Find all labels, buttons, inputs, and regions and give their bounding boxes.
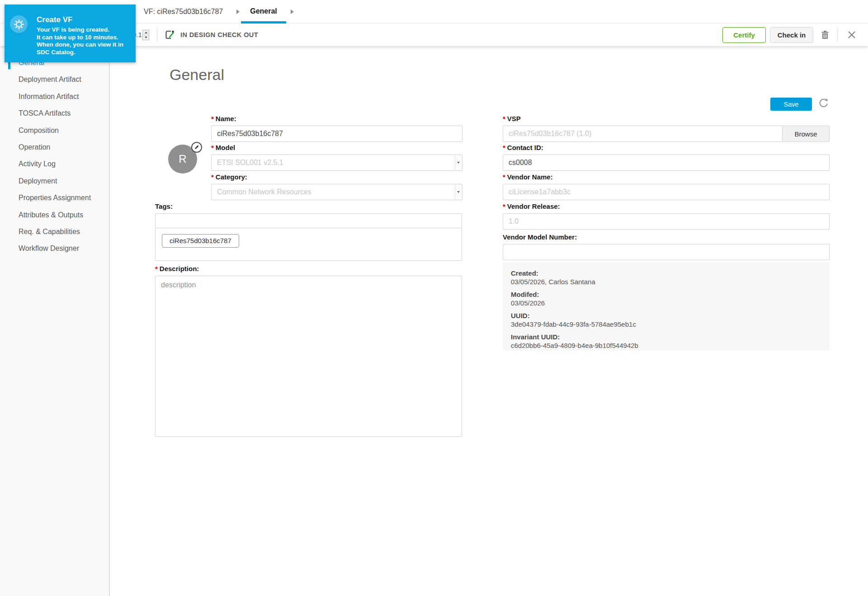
description-label: Description: xyxy=(155,265,462,272)
breadcrumb-arrow-icon xyxy=(236,9,240,14)
model-label: Model xyxy=(211,144,462,151)
category-select[interactable]: Common Network Resources xyxy=(211,184,462,200)
vendor-model-number-input[interactable] xyxy=(503,244,830,260)
required-asterisk xyxy=(155,265,158,272)
vsp-field-group: VSP Browse xyxy=(503,115,830,142)
name-input[interactable] xyxy=(211,126,462,142)
category-label: Category: xyxy=(211,173,462,181)
sidebar: General Deployment Artifact Information … xyxy=(0,46,110,596)
model-select[interactable]: ETSI SOL001 v2.5.1 xyxy=(211,155,462,171)
contact-id-input[interactable] xyxy=(503,155,830,171)
contact-id-label: Contact ID: xyxy=(503,144,830,151)
modified-entry: Modifed: 03/05/2026 xyxy=(511,290,830,307)
uuid-entry: UUID: 3de04379-fdab-44c9-93fa-5784ae95eb… xyxy=(511,311,830,329)
main-content: General Save R Name: Model ETSI SOL001 v… xyxy=(111,46,868,596)
required-asterisk xyxy=(211,173,214,181)
chevron-down-icon xyxy=(455,155,462,170)
lifecycle-status: IN DESIGN CHECK OUT xyxy=(180,23,258,46)
version-up-icon[interactable] xyxy=(143,30,149,35)
version-stepper[interactable] xyxy=(142,30,149,40)
toast-title: Create VF xyxy=(37,15,72,24)
required-asterisk xyxy=(211,115,214,122)
vsp-input xyxy=(503,126,783,142)
sidebar-item-req-capabilities[interactable]: Req. & Capabilities xyxy=(0,223,109,240)
close-icon[interactable] xyxy=(847,30,856,41)
name-label: Name: xyxy=(211,115,462,122)
trash-icon[interactable] xyxy=(820,30,830,42)
sidebar-item-composition[interactable]: Composition xyxy=(0,122,109,139)
vendor-model-number-label: Vendor Model Number: xyxy=(503,233,830,241)
sidebar-item-deployment-artifact[interactable]: Deployment Artifact xyxy=(0,71,109,88)
sidebar-item-operation[interactable]: Operation xyxy=(0,139,109,155)
tags-label: Tags: xyxy=(155,202,462,210)
version-down-icon[interactable] xyxy=(143,35,149,40)
chevron-down-icon xyxy=(455,185,462,199)
check-out-icon xyxy=(164,29,176,42)
required-asterisk xyxy=(503,173,505,181)
invariant-uuid-entry: Invariant UUID: c6d20bb6-45a9-4809-b4ea-… xyxy=(511,333,830,350)
category-select-value: Common Network Resources xyxy=(217,188,311,196)
check-in-button[interactable]: Check in xyxy=(770,27,813,43)
gear-icon xyxy=(10,15,28,33)
category-field-group: Category: Common Network Resources xyxy=(211,173,462,200)
vendor-release-field-group: Vendor Release: xyxy=(503,202,830,230)
breadcrumb-arrow-icon xyxy=(291,9,294,14)
sidebar-item-deployment[interactable]: Deployment xyxy=(0,173,109,189)
required-asterisk xyxy=(503,202,505,210)
tags-chip-container: ciRes75d03b16c787 xyxy=(155,228,462,261)
vendor-name-input xyxy=(503,184,830,200)
vendor-release-input xyxy=(503,213,830,230)
contact-id-field-group: Contact ID: xyxy=(503,144,830,171)
description-textarea[interactable]: description xyxy=(155,276,462,437)
vendor-release-label: Vendor Release: xyxy=(503,202,830,210)
tab-general[interactable]: General xyxy=(241,0,286,23)
required-asterisk xyxy=(503,115,505,122)
tags-field-group: Tags: ciRes75d03b16c787 xyxy=(155,202,462,261)
edit-avatar-icon[interactable] xyxy=(191,142,202,153)
metadata-box: Created: 03/05/2026, Carlos Santana Modi… xyxy=(503,262,830,351)
sidebar-item-activity-log[interactable]: Activity Log xyxy=(0,155,109,172)
toolbar-divider xyxy=(837,28,838,42)
sidebar-item-information-artifact[interactable]: Information Artifact xyxy=(0,88,109,105)
vsp-label: VSP xyxy=(503,115,830,122)
refresh-icon[interactable] xyxy=(818,97,830,110)
name-field-group: Name: xyxy=(211,115,462,142)
vendor-model-number-field-group: Vendor Model Number: xyxy=(503,233,830,260)
description-field-group: Description: description xyxy=(155,265,462,439)
create-vf-toast[interactable]: Create VF Your VF is being created. It c… xyxy=(5,5,136,62)
vendor-name-field-group: Vendor Name: xyxy=(503,173,830,200)
vendor-name-label: Vendor Name: xyxy=(503,173,830,181)
sidebar-item-properties-assignment[interactable]: Properties Assignment xyxy=(0,189,109,206)
browse-button[interactable]: Browse xyxy=(783,126,830,142)
breadcrumb[interactable]: VF: ciRes75d03b16c787 xyxy=(144,0,223,23)
model-field-group: Model ETSI SOL001 v2.5.1 xyxy=(211,144,462,171)
save-button[interactable]: Save xyxy=(770,98,812,111)
tags-input[interactable] xyxy=(155,213,462,228)
certify-button[interactable]: Certify xyxy=(722,27,766,43)
toast-message: Your VF is being created. It can take up… xyxy=(37,26,123,56)
required-asterisk xyxy=(211,144,214,151)
sidebar-menu: General Deployment Artifact Information … xyxy=(0,46,109,257)
page-title: General xyxy=(170,66,224,84)
model-select-value: ETSI SOL001 v2.5.1 xyxy=(217,159,283,167)
sidebar-item-tosca-artifacts[interactable]: TOSCA Artifacts xyxy=(0,105,109,122)
toolbar-divider xyxy=(157,28,157,42)
tag-chip[interactable]: ciRes75d03b16c787 xyxy=(162,234,239,248)
sidebar-item-attributes-outputs[interactable]: Attributes & Outputs xyxy=(0,206,109,223)
created-entry: Created: 03/05/2026, Carlos Santana xyxy=(511,269,830,286)
sidebar-item-workflow-designer[interactable]: Workflow Designer xyxy=(0,240,109,257)
required-asterisk xyxy=(503,144,505,151)
